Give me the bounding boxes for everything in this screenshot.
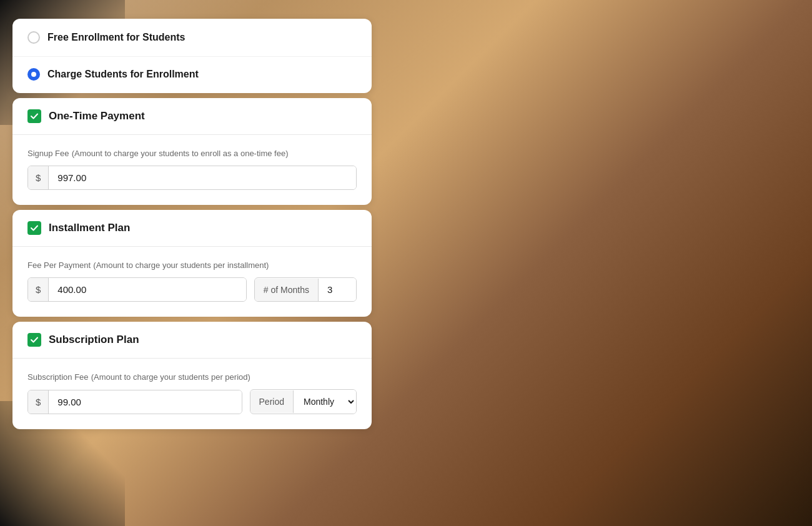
one-time-payment-checkbox[interactable]	[27, 109, 41, 123]
subscription-plan-header: Subscription Plan	[12, 322, 372, 359]
subscription-fee-prefix: $	[28, 390, 49, 414]
subscription-plan-checkbox[interactable]	[27, 333, 41, 347]
charge-enrollment-radio[interactable]	[27, 68, 40, 81]
checkmark-icon	[30, 335, 39, 344]
one-time-payment-body: Signup Fee (Amount to charge your studen…	[12, 135, 372, 205]
fee-per-payment-input[interactable]	[49, 278, 246, 301]
signup-fee-input[interactable]	[49, 166, 356, 189]
installment-plan-panel: Installment Plan Fee Per Payment (Amount…	[12, 210, 372, 317]
signup-fee-label: Signup Fee (Amount to charge your studen…	[27, 147, 357, 158]
subscription-fields-row: $ Period Monthly Yearly Weekly Daily	[27, 389, 357, 414]
free-enrollment-label: Free Enrollment for Students	[47, 32, 185, 43]
signup-fee-prefix: $	[28, 166, 49, 189]
installment-fields-row: $ # of Months	[27, 277, 357, 302]
installment-plan-body: Fee Per Payment (Amount to charge your s…	[12, 247, 372, 317]
fee-per-payment-prefix: $	[28, 278, 49, 301]
subscription-fee-input[interactable]	[49, 390, 241, 414]
charge-enrollment-label: Charge Students for Enrollment	[47, 69, 199, 80]
subscription-fee-input-group: $	[27, 390, 242, 414]
checkmark-icon	[30, 224, 39, 232]
num-months-input[interactable]	[319, 278, 356, 301]
free-enrollment-row[interactable]: Free Enrollment for Students	[12, 19, 372, 56]
checkmark-icon	[30, 112, 39, 121]
one-time-payment-header: One-Time Payment	[12, 98, 372, 135]
installment-plan-header: Installment Plan	[12, 210, 372, 247]
fee-per-payment-label: Fee Per Payment (Amount to charge your s…	[27, 259, 357, 270]
subscription-fee-label: Subscription Fee (Amount to charge your …	[27, 371, 357, 382]
signup-fee-input-group: $	[27, 166, 357, 190]
period-label: Period	[250, 390, 294, 413]
num-months-group: # of Months	[254, 277, 357, 302]
period-group: Period Monthly Yearly Weekly Daily	[250, 389, 357, 414]
period-select[interactable]: Monthly Yearly Weekly Daily	[294, 390, 356, 414]
installment-plan-title: Installment Plan	[49, 222, 130, 234]
charge-enrollment-row[interactable]: Charge Students for Enrollment	[12, 56, 372, 93]
one-time-payment-panel: One-Time Payment Signup Fee (Amount to c…	[12, 98, 372, 205]
one-time-payment-title: One-Time Payment	[49, 110, 145, 122]
free-enrollment-radio[interactable]	[27, 31, 40, 44]
installment-plan-checkbox[interactable]	[27, 221, 41, 235]
subscription-plan-body: Subscription Fee (Amount to charge your …	[12, 359, 372, 429]
subscription-plan-title: Subscription Plan	[49, 334, 139, 346]
num-months-label: # of Months	[255, 279, 319, 301]
panels-container: Free Enrollment for Students Charge Stud…	[12, 19, 372, 434]
enrollment-panel: Free Enrollment for Students Charge Stud…	[12, 19, 372, 93]
fee-per-payment-input-group: $	[27, 277, 247, 302]
subscription-plan-panel: Subscription Plan Subscription Fee (Amou…	[12, 322, 372, 429]
